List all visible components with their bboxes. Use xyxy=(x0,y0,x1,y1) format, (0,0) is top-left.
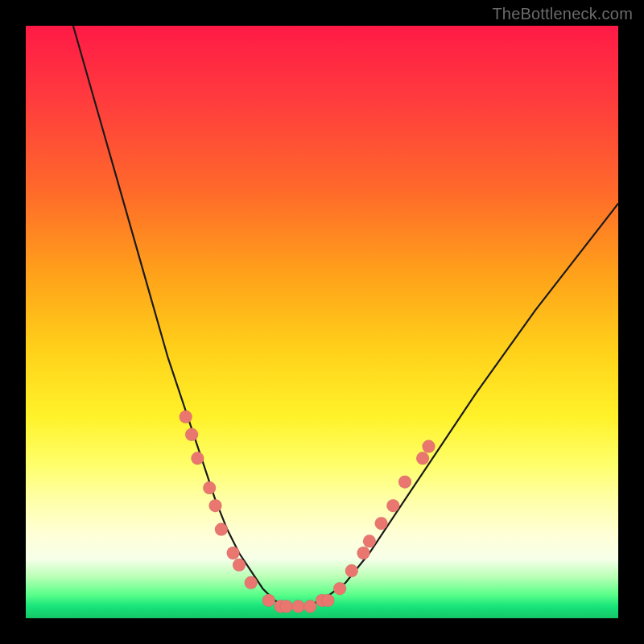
watermark-text: TheBottleneck.com xyxy=(492,5,633,23)
bottleneck-curve xyxy=(73,26,618,606)
data-dot xyxy=(280,600,293,613)
data-dot xyxy=(180,411,192,423)
data-dot xyxy=(375,517,388,530)
data-dot xyxy=(292,600,305,613)
data-dot xyxy=(423,440,436,453)
chart-frame: TheBottleneck.com xyxy=(0,0,644,644)
data-dot xyxy=(209,499,222,512)
data-dot xyxy=(363,535,376,547)
data-dot xyxy=(215,523,228,536)
data-dot xyxy=(303,600,316,613)
data-dot xyxy=(185,428,198,441)
data-dot xyxy=(245,576,258,589)
curve-svg xyxy=(26,26,618,618)
data-dot xyxy=(416,452,429,464)
data-dot xyxy=(321,594,334,607)
data-dot xyxy=(333,582,346,595)
data-dot xyxy=(203,481,216,494)
plot-area xyxy=(26,26,618,618)
data-dot xyxy=(357,547,370,559)
data-dot xyxy=(191,452,204,464)
data-dot xyxy=(386,499,399,512)
data-dot xyxy=(262,594,275,607)
data-dot xyxy=(227,547,240,559)
data-dot xyxy=(345,564,358,577)
data-dot xyxy=(233,559,246,572)
data-dot xyxy=(398,476,411,489)
